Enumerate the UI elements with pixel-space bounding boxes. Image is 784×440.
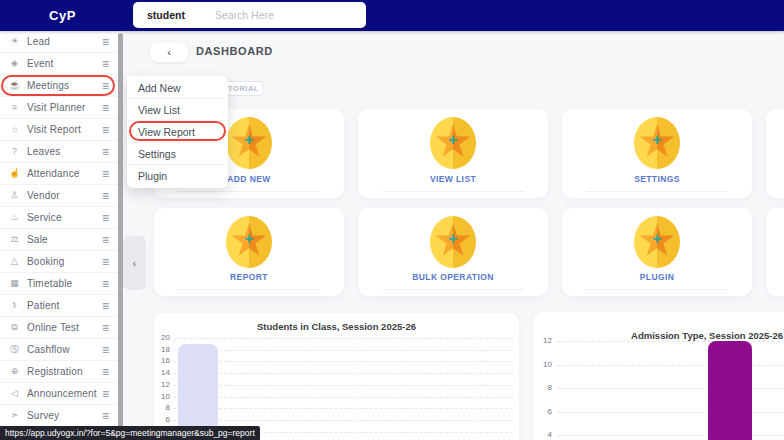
sidebar-item-cashflow[interactable]: ⓈCashflow≡	[0, 339, 118, 361]
hamburger-icon[interactable]: ≡	[102, 80, 109, 92]
sidebar-item-label: Vendor	[27, 190, 102, 201]
sidebar-item-online-test[interactable]: ⧉Online Test≡	[0, 317, 118, 339]
search-category-selector[interactable]: student	[147, 9, 185, 21]
megaphone-icon: ◁	[8, 389, 21, 398]
dashboard-card-report[interactable]: REPORT	[154, 208, 344, 296]
y-tick-label: 10	[533, 360, 552, 369]
ribbon-icon: ◈	[8, 59, 21, 68]
sidebar-scrollbar[interactable]	[118, 33, 123, 440]
sidebar-item-label: Timetable	[27, 278, 102, 289]
star-shape	[231, 124, 267, 160]
sidebar-item-label: Leaves	[27, 146, 102, 157]
sidebar-item-visit-planner[interactable]: ≡Visit Planner≡	[0, 97, 118, 119]
sidebar-item-sale[interactable]: ⚖Sale≡	[0, 229, 118, 251]
sidebar-item-vendor[interactable]: ♙Vendor≡	[0, 185, 118, 207]
y-tick-label: 12	[154, 380, 170, 389]
hand-icon: ☝	[8, 169, 21, 178]
search-bar: student	[133, 2, 366, 28]
sidebar-item-patient[interactable]: ⚕Patient≡	[0, 295, 118, 317]
sidebar-item-announcement[interactable]: ◁Announcement≡	[0, 383, 118, 405]
sidebar-item-timetable[interactable]: ▦Timetable≡	[0, 273, 118, 295]
dashboard-card-plugin[interactable]: PLUGIN	[562, 208, 752, 296]
back-button[interactable]: ‹	[150, 43, 188, 62]
dashboard-card-view-list[interactable]: VIEW LIST	[358, 109, 548, 198]
star-shape	[639, 223, 675, 259]
sidebar-item-label: Visit Report	[27, 124, 102, 135]
sidebar-item-service[interactable]: ♨Service≡	[0, 207, 118, 229]
dashboard-card-settings[interactable]: SETTINGS	[562, 109, 752, 198]
hamburger-icon[interactable]: ≡	[102, 102, 109, 114]
sidebar-item-meetings[interactable]: ☕Meetings≡	[0, 75, 118, 97]
hamburger-icon[interactable]: ≡	[102, 256, 109, 268]
hamburger-icon[interactable]: ≡	[102, 388, 109, 400]
sidebar-item-booking[interactable]: △Booking≡	[0, 251, 118, 273]
gridline	[174, 350, 513, 351]
app-logo: CyP	[0, 0, 125, 31]
card-label: REPORT	[154, 272, 344, 282]
target-icon: ⊕	[8, 367, 21, 376]
y-tick-label: 20	[154, 333, 170, 342]
hamburger-icon[interactable]: ≡	[102, 322, 109, 334]
sidebar-item-label: Service	[27, 212, 102, 223]
sidebar-item-label: Meetings	[27, 80, 102, 91]
hamburger-icon[interactable]: ≡	[102, 146, 109, 158]
hamburger-icon[interactable]: ≡	[102, 366, 109, 378]
gridline	[557, 341, 784, 342]
sidebar-item-survey[interactable]: ➣Survey≡	[0, 405, 118, 427]
sidebar-item-attendance[interactable]: ☝Attendance≡	[0, 163, 118, 185]
card-label: PLUGIN	[562, 272, 752, 282]
sidebar-item-label: Lead	[27, 36, 102, 47]
calendar-icon: ▦	[8, 279, 21, 288]
hamburger-icon[interactable]: ≡	[102, 36, 109, 48]
gridline	[174, 420, 513, 421]
card-divider	[586, 289, 728, 290]
hamburger-icon[interactable]: ≡	[102, 344, 109, 356]
hamburger-icon[interactable]: ≡	[102, 278, 109, 290]
card-divider	[178, 191, 320, 192]
sidebar-item-visit-report[interactable]: ☼Visit Report≡	[0, 119, 118, 141]
card-divider	[382, 289, 524, 290]
star-icon	[430, 216, 476, 268]
y-tick-label: 8	[154, 403, 170, 412]
chart-title: Students in Class, Session 2025-26	[154, 321, 519, 332]
basket-icon: ⚖	[8, 235, 21, 244]
sidebar-item-label: Event	[27, 58, 102, 69]
hamburger-icon[interactable]: ≡	[102, 124, 109, 136]
menu-item-view-list[interactable]: View List	[127, 99, 228, 121]
hamburger-icon[interactable]: ≡	[102, 168, 109, 180]
star-icon	[226, 117, 272, 169]
menu-item-add-new[interactable]: Add New	[127, 77, 228, 99]
hamburger-icon[interactable]: ≡	[102, 234, 109, 246]
sidebar-collapse-handle[interactable]: ‹	[123, 236, 146, 290]
hamburger-icon[interactable]: ≡	[102, 190, 109, 202]
sidebar-item-label: Patient	[27, 300, 102, 311]
y-tick-label: 6	[533, 407, 552, 416]
sidebar-item-label: Registration	[27, 366, 102, 377]
sidebar-item-leaves[interactable]: ?Leaves≡	[0, 141, 118, 163]
menu-item-settings[interactable]: Settings	[127, 143, 228, 165]
sidebar-item-label: Sale	[27, 234, 102, 245]
sidebar-menu: ☀Lead≡◈Event≡☕Meetings≡≡Visit Planner≡☼V…	[0, 31, 123, 427]
hamburger-icon[interactable]: ≡	[102, 58, 109, 70]
send-icon: ➣	[8, 411, 21, 420]
star-shape	[435, 124, 471, 160]
sidebar-item-lead[interactable]: ☀Lead≡	[0, 31, 118, 53]
star-shape	[231, 223, 267, 259]
sidebar-item-label: Visit Planner	[27, 102, 102, 113]
hamburger-icon[interactable]: ≡	[102, 410, 109, 422]
dashboard-card-partial[interactable]	[766, 208, 784, 296]
gridline	[174, 338, 513, 339]
menu-item-plugin[interactable]: Plugin	[127, 165, 228, 187]
sidebar-item-registration[interactable]: ⊕Registration≡	[0, 361, 118, 383]
medical-icon: ⚕	[8, 301, 21, 310]
hamburger-icon[interactable]: ≡	[102, 300, 109, 312]
search-input[interactable]	[213, 8, 366, 22]
card-label: VIEW LIST	[358, 174, 548, 184]
cash-badge-icon: Ⓢ	[8, 345, 21, 354]
external-link-icon: ⧉	[8, 323, 21, 332]
menu-item-view-report[interactable]: View Report	[127, 121, 228, 143]
dashboard-card-bulk-operation[interactable]: BULK OPERATION	[358, 208, 548, 296]
dashboard-card-partial[interactable]	[766, 109, 784, 198]
hamburger-icon[interactable]: ≡	[102, 212, 109, 224]
sidebar-item-event[interactable]: ◈Event≡	[0, 53, 118, 75]
